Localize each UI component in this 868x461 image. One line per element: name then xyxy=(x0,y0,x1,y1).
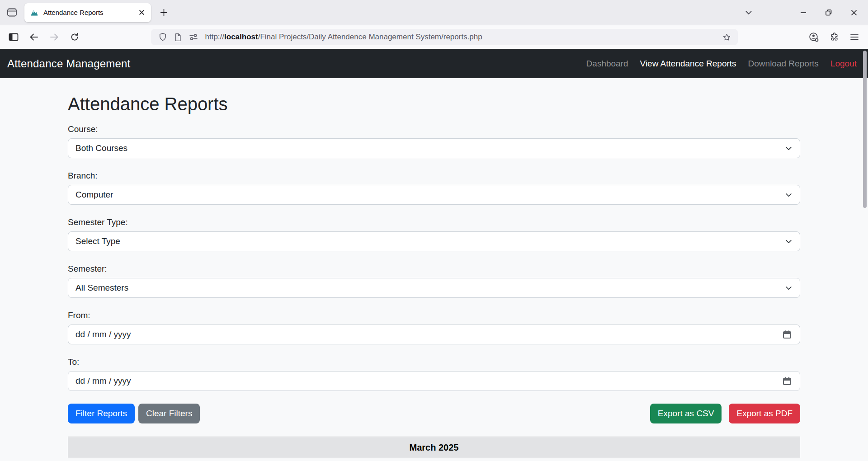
tab-title: Attendance Reports xyxy=(43,9,136,16)
course-label: Course: xyxy=(68,124,800,134)
chevron-down-icon xyxy=(785,191,793,199)
semester-select[interactable]: All Semesters xyxy=(68,278,800,298)
navbar-links: Dashboard View Attendance Reports Downlo… xyxy=(586,59,857,69)
reload-button[interactable] xyxy=(66,28,84,46)
nav-link-dashboard[interactable]: Dashboard xyxy=(586,59,628,69)
page-scrollbar-thumb[interactable] xyxy=(863,51,867,208)
to-date-field-group: To: dd / mm / yyyy xyxy=(68,357,800,391)
semester-selected-value: All Semesters xyxy=(75,283,128,293)
branch-selected-value: Computer xyxy=(75,190,113,200)
web-page: Attendance Management Dashboard View Att… xyxy=(0,49,868,458)
chevron-down-icon xyxy=(785,238,793,245)
tab-strip: Attendance Reports xyxy=(0,0,868,25)
from-date-label: From: xyxy=(68,310,800,320)
actions-row: Filter Reports Clear Filters Export as C… xyxy=(68,404,800,423)
window-close-button[interactable] xyxy=(844,5,864,21)
branch-field-group: Branch: Computer xyxy=(68,171,800,205)
window-minimize-button[interactable] xyxy=(793,5,814,21)
new-tab-button[interactable] xyxy=(156,5,172,21)
url-scheme: http:// xyxy=(205,33,225,41)
sidebar-toggle-icon[interactable] xyxy=(5,28,23,46)
window-restore-button[interactable] xyxy=(818,5,839,21)
shield-icon[interactable] xyxy=(156,31,169,43)
url-text: http://localhost/Final Projects/Daily At… xyxy=(205,33,721,42)
extensions-puzzle-icon[interactable] xyxy=(825,28,843,46)
permissions-switches-icon[interactable] xyxy=(187,31,200,43)
url-host: localhost xyxy=(224,33,258,41)
calendar-icon xyxy=(782,329,793,340)
branch-select[interactable]: Computer xyxy=(68,185,800,205)
to-date-input[interactable]: dd / mm / yyyy xyxy=(68,371,800,391)
semester-type-label: Semester Type: xyxy=(68,217,800,227)
from-date-field-group: From: dd / mm / yyyy xyxy=(68,310,800,344)
semester-type-selected-value: Select Type xyxy=(75,236,120,246)
export-csv-button[interactable]: Export as CSV xyxy=(650,404,722,423)
page-title: Attendance Reports xyxy=(68,94,800,114)
from-date-placeholder: dd / mm / yyyy xyxy=(75,329,131,339)
export-pdf-button[interactable]: Export as PDF xyxy=(729,404,800,423)
site-navbar: Attendance Management Dashboard View Att… xyxy=(0,49,868,78)
site-favicon-icon xyxy=(30,8,39,17)
chevron-down-icon xyxy=(785,145,793,152)
tab-list-chevron-icon[interactable] xyxy=(741,5,757,21)
main-content: Attendance Reports Course: Both Courses … xyxy=(0,78,868,458)
branch-label: Branch: xyxy=(68,171,800,181)
forward-button[interactable] xyxy=(45,28,63,46)
firefox-view-icon[interactable] xyxy=(4,5,20,21)
course-selected-value: Both Courses xyxy=(75,143,127,153)
to-date-label: To: xyxy=(68,357,800,367)
nav-link-view-attendance-reports[interactable]: View Attendance Reports xyxy=(640,59,736,69)
filter-reports-button[interactable]: Filter Reports xyxy=(68,404,135,423)
semester-type-select[interactable]: Select Type xyxy=(68,231,800,251)
semester-type-field-group: Semester Type: Select Type xyxy=(68,217,800,251)
calendar-icon xyxy=(782,376,793,386)
nav-link-download-reports[interactable]: Download Reports xyxy=(748,59,819,69)
report-month-header: March 2025 xyxy=(68,437,800,458)
bookmark-star-icon[interactable] xyxy=(721,31,733,43)
clear-filters-button[interactable]: Clear Filters xyxy=(138,404,200,423)
account-icon[interactable] xyxy=(805,28,823,46)
url-path: /Final Projects/Daily Attendence Managem… xyxy=(258,33,482,41)
course-select[interactable]: Both Courses xyxy=(68,138,800,158)
browser-tab[interactable]: Attendance Reports xyxy=(24,3,151,22)
page-info-icon[interactable] xyxy=(172,31,184,43)
url-bar[interactable]: http://localhost/Final Projects/Daily At… xyxy=(151,29,738,45)
chevron-down-icon xyxy=(785,284,793,292)
to-date-placeholder: dd / mm / yyyy xyxy=(75,376,131,386)
semester-field-group: Semester: All Semesters xyxy=(68,264,800,298)
back-button[interactable] xyxy=(25,28,43,46)
course-field-group: Course: Both Courses xyxy=(68,124,800,158)
navbar-brand: Attendance Management xyxy=(7,57,130,70)
from-date-input[interactable]: dd / mm / yyyy xyxy=(68,325,800,344)
menu-hamburger-icon[interactable] xyxy=(845,28,863,46)
nav-link-logout[interactable]: Logout xyxy=(830,59,857,69)
semester-label: Semester: xyxy=(68,264,800,274)
tab-close-icon[interactable] xyxy=(136,7,147,19)
browser-toolbar: http://localhost/Final Projects/Daily At… xyxy=(0,25,868,49)
window-controls xyxy=(793,5,864,21)
report-month-title: March 2025 xyxy=(410,442,459,453)
